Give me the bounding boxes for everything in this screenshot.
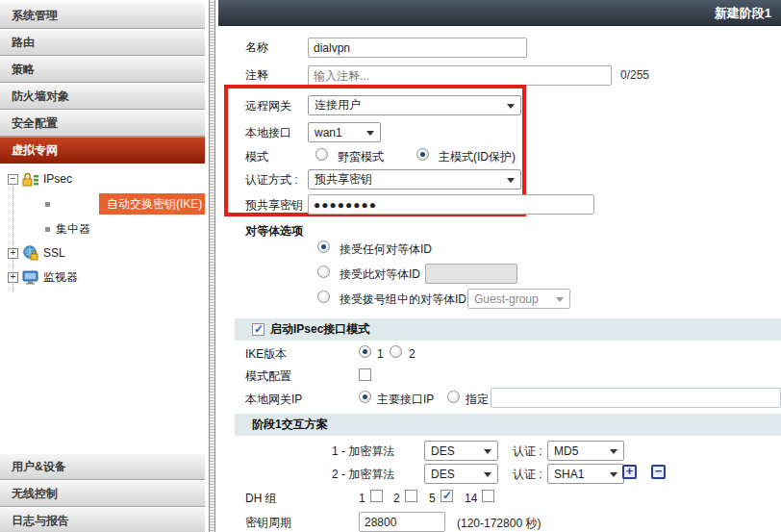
tree-node-ipsec[interactable]: − IPsec bbox=[8, 168, 72, 190]
mode-main-radio[interactable] bbox=[416, 148, 429, 161]
auth-method-select[interactable]: 预共享密钥 bbox=[308, 169, 521, 190]
proposal1-enc-value: DES bbox=[431, 444, 455, 458]
globe-lock-icon bbox=[22, 245, 38, 261]
dh-14-checkbox[interactable] bbox=[482, 490, 494, 502]
chevron-down-icon bbox=[484, 449, 491, 454]
app-root: 系统管理 路由 策略 防火墙对象 安全配置 虚拟专网 − IPsec bbox=[0, 0, 781, 532]
keylife-label: 密钥周期 bbox=[245, 516, 291, 529]
sidebar-item-wifi[interactable]: 无线控制 bbox=[0, 480, 205, 507]
remote-gateway-label: 远程网关 bbox=[245, 99, 291, 113]
tree-label-monitor: 监视器 bbox=[43, 269, 78, 286]
comment-counter: 0/255 bbox=[620, 68, 649, 82]
chevron-down-icon bbox=[507, 104, 515, 109]
proposal2-auth-label: 认证 : bbox=[513, 468, 542, 481]
remote-gateway-select[interactable]: 连接用户 bbox=[308, 95, 521, 115]
expand-icon[interactable]: + bbox=[8, 248, 18, 259]
sidebar-item-security-profiles[interactable]: 安全配置 bbox=[0, 110, 205, 137]
dh-5-label: 5 bbox=[429, 492, 436, 505]
chevron-down-icon bbox=[484, 472, 491, 477]
mode-aggressive-label: 野蛮模式 bbox=[338, 150, 384, 164]
peer-dialup-radio[interactable] bbox=[317, 291, 330, 303]
peer-any-label: 接受任何对等体ID bbox=[340, 242, 432, 256]
proposal1-enc-select[interactable]: DES bbox=[424, 441, 498, 461]
sidebar-item-system[interactable]: 系统管理 bbox=[0, 2, 205, 29]
proposal2-enc-select[interactable]: DES bbox=[424, 464, 498, 484]
expand-icon[interactable]: + bbox=[8, 272, 18, 283]
local-gw-ip-input bbox=[491, 388, 781, 408]
monitor-icon bbox=[22, 270, 38, 285]
sidebar-item-router[interactable]: 路由 bbox=[0, 29, 205, 56]
peer-options-title: 对等体选项 bbox=[245, 224, 303, 238]
tree-node-monitor[interactable]: + 监视器 bbox=[8, 266, 78, 288]
local-gateway-ip-label: 本地网关IP bbox=[245, 393, 302, 406]
peer-group-select: Guest-group bbox=[467, 289, 570, 309]
ike-v2-radio[interactable] bbox=[390, 345, 402, 358]
psk-input[interactable] bbox=[308, 194, 594, 215]
tree-node-concentrator[interactable]: 集中器 bbox=[45, 218, 90, 240]
chevron-down-icon bbox=[610, 449, 617, 454]
tree-node-ike[interactable]: 自动交换密钥(IKE) bbox=[45, 193, 205, 215]
main-panel: 新建阶段1 名称 注释 0/255 远程网关 连接用户 本地接口 wan1 模式… bbox=[218, 0, 781, 532]
proposal2-enc-value: DES bbox=[431, 468, 455, 481]
ike-v1-label: 1 bbox=[377, 347, 384, 361]
dh-5-checkbox[interactable] bbox=[441, 490, 453, 502]
ipsec-interface-mode-checkbox[interactable] bbox=[252, 323, 265, 336]
vpn-tree: − IPsec 自动交换密钥(IKE) 集中器 + bbox=[0, 165, 205, 291]
remote-gateway-value: 连接用户 bbox=[315, 97, 361, 114]
peer-id-input bbox=[425, 264, 517, 284]
ipsec-interface-mode-label: 启动IPsec接口模式 bbox=[270, 321, 369, 338]
splitter-grip[interactable] bbox=[209, 0, 215, 532]
tree-node-ssl[interactable]: + SSL bbox=[8, 242, 65, 264]
sidebar-item-user-device[interactable]: 用户&设备 bbox=[0, 453, 205, 480]
ike-version-label: IKE版本 bbox=[245, 347, 287, 361]
mode-main-label: 主模式(ID保护) bbox=[439, 150, 516, 164]
sidebar-splitter[interactable] bbox=[205, 0, 218, 532]
remove-proposal-button[interactable]: − bbox=[651, 465, 666, 479]
proposal1-enc-label: 1 - 加密算法 bbox=[332, 444, 394, 458]
ike-v1-radio[interactable] bbox=[359, 345, 371, 358]
keylife-hint: (120-172800 秒) bbox=[457, 516, 541, 532]
dh-group-label: DH 组 bbox=[245, 492, 277, 505]
lock-icon bbox=[22, 172, 38, 187]
page-header: 新建阶段1 bbox=[218, 0, 781, 26]
chevron-down-icon bbox=[366, 131, 374, 136]
sidebar-item-log-report[interactable]: 日志与报告 bbox=[0, 507, 205, 532]
peer-this-radio[interactable] bbox=[317, 266, 330, 278]
bullet-icon bbox=[45, 202, 50, 207]
proposal2-auth-select[interactable]: SHA1 bbox=[547, 464, 624, 484]
chevron-down-icon bbox=[556, 297, 564, 302]
keylife-input[interactable] bbox=[359, 512, 445, 532]
local-gw-specify-radio[interactable] bbox=[447, 391, 460, 403]
dh-2-checkbox[interactable] bbox=[405, 490, 417, 502]
phase1-proposal-title: 阶段1交互方案 bbox=[252, 417, 328, 433]
dh-2-label: 2 bbox=[393, 492, 400, 505]
dh-1-checkbox[interactable] bbox=[370, 490, 383, 502]
sidebar-item-firewall-objects[interactable]: 防火墙对象 bbox=[0, 83, 205, 110]
dh-14-label: 14 bbox=[465, 492, 477, 505]
dh-1-label: 1 bbox=[359, 492, 365, 505]
proposal1-auth-label: 认证 : bbox=[513, 444, 542, 458]
comment-input[interactable] bbox=[308, 65, 612, 86]
peer-any-radio[interactable] bbox=[317, 241, 330, 253]
name-input[interactable] bbox=[308, 38, 527, 58]
tree-label-ssl: SSL bbox=[43, 246, 65, 260]
tree-label-ipsec: IPsec bbox=[43, 172, 72, 186]
local-gw-specify-label: 指定 bbox=[466, 393, 489, 406]
local-interface-select[interactable]: wan1 bbox=[308, 122, 381, 142]
ike-v2-label: 2 bbox=[409, 347, 416, 361]
mode-config-checkbox[interactable] bbox=[359, 368, 371, 381]
sidebar-section-vpn[interactable]: 虚拟专网 bbox=[0, 137, 205, 164]
proposal2-auth-value: SHA1 bbox=[554, 468, 584, 481]
bullet-icon bbox=[45, 227, 50, 232]
local-gw-primary-label: 主要接口IP bbox=[377, 393, 434, 406]
mode-aggressive-radio[interactable] bbox=[315, 148, 328, 161]
name-label: 名称 bbox=[245, 40, 268, 54]
sidebar-item-policy[interactable]: 策略 bbox=[0, 56, 205, 83]
ipsec-interface-mode-bar: 启动IPsec接口模式 bbox=[235, 318, 781, 341]
sidebar: 系统管理 路由 策略 防火墙对象 安全配置 虚拟专网 − IPsec bbox=[0, 0, 205, 532]
proposal1-auth-select[interactable]: MD5 bbox=[547, 441, 624, 461]
page-title: 新建阶段1 bbox=[715, 5, 771, 22]
collapse-icon[interactable]: − bbox=[8, 174, 18, 185]
add-proposal-button[interactable]: + bbox=[622, 465, 637, 479]
local-gw-primary-radio[interactable] bbox=[359, 391, 371, 403]
